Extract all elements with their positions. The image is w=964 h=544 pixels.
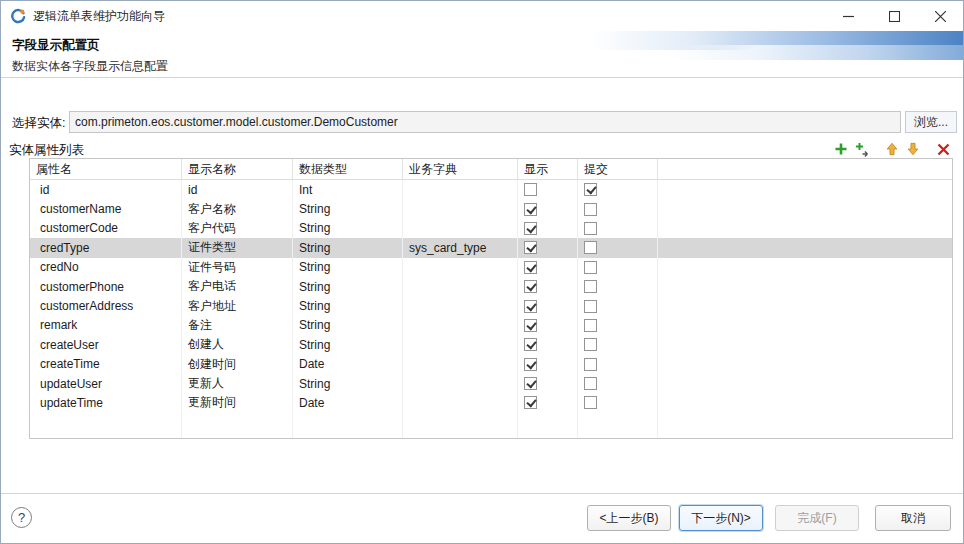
table-row[interactable]: customerAddress客户地址String	[30, 296, 952, 315]
show-checkbox[interactable]	[524, 241, 537, 254]
show-checkbox[interactable]	[524, 338, 537, 351]
row-filler	[658, 355, 952, 374]
display-name-cell: 客户名称	[182, 199, 293, 218]
delete-row-icon[interactable]	[934, 140, 952, 158]
add-row-icon[interactable]	[832, 140, 850, 158]
browse-button[interactable]: 浏览...	[905, 111, 957, 133]
submit-checkbox[interactable]	[584, 396, 597, 409]
show-checkbox-cell	[518, 277, 578, 296]
submit-checkbox-cell	[578, 374, 658, 393]
submit-checkbox[interactable]	[584, 377, 597, 390]
data-type-cell: String	[293, 238, 403, 257]
show-checkbox[interactable]	[524, 280, 537, 293]
submit-checkbox[interactable]	[584, 338, 597, 351]
show-checkbox[interactable]	[524, 203, 537, 216]
display-name-cell: 更新人	[182, 374, 293, 393]
page-title: 字段显示配置页	[12, 37, 100, 54]
table-row[interactable]: createTime创建时间Date	[30, 355, 952, 374]
show-checkbox[interactable]	[524, 377, 537, 390]
column-header-submit[interactable]: 提交	[578, 159, 658, 179]
titlebar[interactable]: 逻辑流单表维护功能向导	[1, 1, 963, 31]
list-toolbar	[832, 140, 952, 158]
table-row[interactable]: ididInt	[30, 180, 952, 199]
close-button[interactable]	[917, 1, 963, 31]
show-checkbox[interactable]	[524, 396, 537, 409]
show-checkbox-cell	[518, 219, 578, 238]
submit-checkbox[interactable]	[584, 183, 597, 196]
data-type-cell: String	[293, 296, 403, 315]
submit-checkbox[interactable]	[584, 300, 597, 313]
submit-checkbox[interactable]	[584, 222, 597, 235]
empty-cell	[658, 413, 952, 438]
dictionary-cell	[403, 335, 518, 354]
dictionary-cell	[403, 316, 518, 335]
submit-checkbox[interactable]	[584, 319, 597, 332]
submit-checkbox[interactable]	[584, 241, 597, 254]
move-up-icon[interactable]	[883, 140, 901, 158]
column-header-show[interactable]: 显示	[518, 159, 578, 179]
submit-checkbox[interactable]	[584, 280, 597, 293]
dictionary-cell: sys_card_type	[403, 238, 518, 257]
column-header-data-type[interactable]: 数据类型	[293, 159, 403, 179]
column-header-dictionary[interactable]: 业务字典	[403, 159, 518, 179]
minimize-icon	[843, 11, 854, 22]
table-row[interactable]: updateTime更新时间Date	[30, 393, 952, 412]
show-checkbox[interactable]	[524, 300, 537, 313]
maximize-icon	[889, 11, 900, 22]
table-row[interactable]: updateUser更新人String	[30, 374, 952, 393]
table-row[interactable]: customerName客户名称String	[30, 199, 952, 218]
cancel-button[interactable]: 取消	[875, 505, 951, 531]
submit-checkbox-cell	[578, 335, 658, 354]
submit-checkbox[interactable]	[584, 203, 597, 216]
insert-row-icon[interactable]	[853, 140, 871, 158]
table-row[interactable]: customerPhone客户电话String	[30, 277, 952, 296]
property-name-cell: customerName	[30, 199, 182, 218]
show-checkbox[interactable]	[524, 261, 537, 274]
table-row[interactable]: customerCode客户代码String	[30, 219, 952, 238]
maximize-button[interactable]	[871, 1, 917, 31]
row-filler	[658, 296, 952, 315]
show-checkbox[interactable]	[524, 319, 537, 332]
submit-checkbox-cell	[578, 393, 658, 412]
table-row[interactable]: remark备注String	[30, 316, 952, 335]
display-name-cell: 客户电话	[182, 277, 293, 296]
property-table-body: ididIntcustomerName客户名称StringcustomerCod…	[30, 180, 952, 438]
show-checkbox[interactable]	[524, 358, 537, 371]
property-table: 属性名 显示名称 数据类型 业务字典 显示 提交 ididIntcustomer…	[29, 158, 953, 439]
entity-label: 选择实体:	[12, 115, 65, 132]
data-type-cell: Date	[293, 355, 403, 374]
dictionary-cell	[403, 393, 518, 412]
empty-cell	[403, 413, 518, 438]
help-button[interactable]: ?	[11, 507, 32, 528]
data-type-cell: String	[293, 199, 403, 218]
data-type-cell: String	[293, 316, 403, 335]
property-name-cell: remark	[30, 316, 182, 335]
table-row[interactable]: createUser创建人String	[30, 335, 952, 354]
display-name-cell: 证件号码	[182, 258, 293, 277]
submit-checkbox[interactable]	[584, 261, 597, 274]
next-button[interactable]: 下一步(N)>	[679, 505, 763, 531]
show-checkbox-cell	[518, 335, 578, 354]
show-checkbox[interactable]	[524, 222, 537, 235]
display-name-cell: 创建人	[182, 335, 293, 354]
row-filler	[658, 374, 952, 393]
row-filler	[658, 238, 952, 257]
show-checkbox[interactable]	[524, 183, 537, 196]
move-down-icon[interactable]	[904, 140, 922, 158]
entity-input[interactable]	[69, 111, 901, 133]
table-row[interactable]: credType证件类型Stringsys_card_type	[30, 238, 952, 257]
wizard-banner-graphic-2	[667, 45, 963, 60]
show-checkbox-cell	[518, 374, 578, 393]
column-header-display-name[interactable]: 显示名称	[182, 159, 293, 179]
empty-cell	[30, 413, 182, 438]
submit-checkbox-cell	[578, 355, 658, 374]
minimize-button[interactable]	[825, 1, 871, 31]
data-type-cell: Int	[293, 180, 403, 199]
submit-checkbox[interactable]	[584, 358, 597, 371]
column-header-property-name[interactable]: 属性名	[30, 159, 182, 179]
back-button[interactable]: <上一步(B)	[587, 505, 671, 531]
table-row[interactable]: credNo证件号码String	[30, 258, 952, 277]
row-filler	[658, 180, 952, 199]
finish-button[interactable]: 完成(F)	[775, 505, 859, 531]
display-name-cell: 客户代码	[182, 219, 293, 238]
